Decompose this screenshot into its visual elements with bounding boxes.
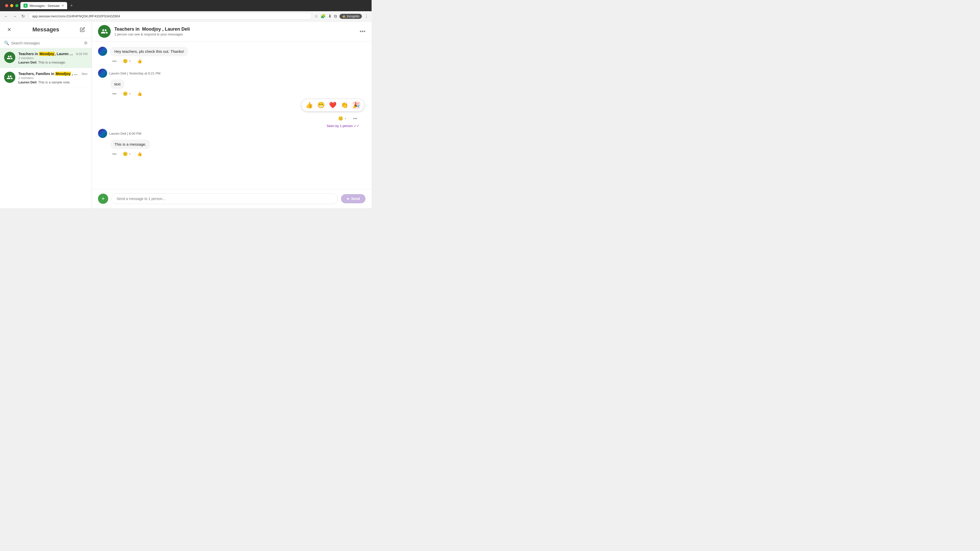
address-input[interactable] (28, 13, 312, 20)
message-sender-row-2: Lauren Deli | Yesterday at 6:21 PM (98, 68, 366, 78)
emoji-picker-container: 👍 😁 ❤️ 👏 🎉 (98, 99, 366, 111)
window-close-btn[interactable] (5, 4, 8, 7)
add-attachment-btn[interactable]: + (98, 194, 108, 204)
emoji-clap[interactable]: 👏 (340, 100, 349, 110)
emoji-heart[interactable]: ❤️ (328, 100, 338, 110)
avatar-img-1 (98, 47, 107, 56)
chat-header-name: Teachers in Moodjoy , Lauren Deli (115, 27, 356, 32)
thumbs-btn-1[interactable]: 👍 (135, 58, 144, 65)
tab-favicon: S (24, 3, 27, 8)
dots-btn-1[interactable]: ••• (110, 58, 119, 65)
sidebar: ✕ Messages 🔍 ⚙ (0, 21, 92, 208)
search-icon: 🔍 (4, 41, 9, 45)
conv-info-2: Teachers, Families in Moodjoy , & 1 more… (18, 72, 88, 84)
message-content-3: This is a message. (98, 140, 366, 149)
reload-btn[interactable]: ↻ (21, 13, 26, 20)
close-sidebar-btn[interactable]: ✕ (5, 25, 13, 34)
browser-chrome: S Messages - Seesaw ✕ + (0, 0, 372, 11)
messages-container: Hey teachers, pls check this out. Thanks… (92, 41, 372, 189)
conv-preview-sender-2: Lauren Deli (18, 80, 37, 84)
conv-time-1: 8:00 PM (76, 52, 88, 56)
conversation-item-2[interactable]: Teachers, Families in Moodjoy , & 1 more… (0, 68, 92, 88)
seen-by: Seen by 1 person ✓✓ (98, 123, 366, 129)
chat-header-info: Teachers in Moodjoy , Lauren Deli 1 pers… (115, 27, 356, 36)
conversation-list: Teachers in Moodjoy, Lauren Deli 8:00 PM… (0, 48, 92, 88)
conv-preview-sender-1: Lauren Deli (18, 60, 37, 64)
thumbs-btn-3[interactable]: 👍 (135, 151, 144, 157)
dots-btn-3[interactable]: ••• (110, 151, 119, 157)
sidebar-header: ✕ Messages (0, 21, 92, 38)
address-bar-row: ← → ↻ ☆ 🧩 ⬇ ⧉ 🕵 Incognito ⋮ (0, 11, 372, 21)
window-controls (5, 4, 18, 7)
sidebar-header-icons (78, 25, 86, 34)
message-group-1: Hey teachers, pls check this out. Thanks… (98, 47, 366, 65)
avatar-img-2 (98, 68, 107, 78)
message-avatar-1 (98, 47, 107, 56)
message-group-2: Lauren Deli | Yesterday at 6:21 PM text … (98, 68, 366, 97)
sidebar-title: Messages (32, 26, 59, 33)
conv-preview-2: Lauren Deli: This is a sample note. (18, 80, 88, 84)
conv-avatar-2 (4, 72, 15, 83)
seen-check-icon: ✓✓ (354, 124, 360, 128)
emoji-add-btn-4[interactable]: 🙂+ (121, 151, 133, 157)
message-content-1: Hey teachers, pls check this out. Thanks… (98, 47, 366, 56)
toolbar-icons: ☆ 🧩 ⬇ ⧉ 🕵 Incognito ⋮ (314, 14, 369, 19)
more-options-btn[interactable]: ••• (360, 28, 366, 35)
conv-name-row-1: Teachers in Moodjoy, Lauren Deli 8:00 PM (18, 52, 88, 56)
download-icon[interactable]: ⬇ (328, 14, 331, 19)
thumbs-btn-2[interactable]: 👍 (135, 90, 144, 97)
emoji-party[interactable]: 🎉 (352, 100, 361, 110)
action-row-bottom: 🙂+ ••• (98, 114, 366, 123)
app-container: ✕ Messages 🔍 ⚙ (0, 21, 372, 208)
tab-close-btn[interactable]: ✕ (62, 4, 64, 7)
sender-name-3: Lauren Deli (109, 132, 126, 135)
more-btn-3[interactable]: ••• (351, 115, 360, 122)
seen-by-text: Seen by 1 person (327, 124, 353, 128)
message-bubble-2: text (110, 79, 124, 89)
conversation-item-1[interactable]: Teachers in Moodjoy, Lauren Deli 8:00 PM… (0, 48, 92, 68)
extensions-icon[interactable]: 🧩 (321, 14, 326, 19)
sender-timestamp-3: 8:00 PM (129, 132, 141, 135)
new-tab-btn[interactable]: + (68, 3, 75, 8)
dots-btn-2[interactable]: ••• (110, 91, 119, 97)
search-input[interactable] (11, 41, 82, 45)
active-tab[interactable]: S Messages - Seesaw ✕ (21, 2, 67, 9)
message-actions-3: ••• 🙂+ 👍 (110, 151, 366, 157)
message-sender-row-3: Lauren Deli | 8:00 PM (98, 129, 366, 138)
message-sender-info-3: Lauren Deli | 8:00 PM (109, 132, 142, 135)
chat-header-sub: 1 person can see & respond to your messa… (115, 32, 356, 36)
send-icon: ➤ (347, 197, 350, 201)
back-btn[interactable]: ← (3, 13, 9, 20)
message-group-3: Lauren Deli | 8:00 PM This is a message.… (98, 129, 366, 157)
incognito-label: Incognito (347, 14, 360, 18)
message-bubble-1: Hey teachers, pls check this out. Thanks… (110, 47, 188, 56)
emoji-grin[interactable]: 😁 (316, 100, 326, 110)
sender-name-2: Lauren Deli (109, 71, 126, 75)
forward-btn[interactable]: → (12, 13, 18, 20)
bookmark-icon[interactable]: ☆ (314, 14, 318, 19)
conv-preview-text-1: This is a message. (38, 60, 66, 64)
message-input[interactable] (111, 193, 338, 204)
conv-info-1: Teachers in Moodjoy, Lauren Deli 8:00 PM… (18, 52, 88, 64)
avatar-img-3 (98, 129, 107, 138)
conv-members-1: 2 members (18, 56, 88, 60)
emoji-add-btn-1[interactable]: 🙂+ (121, 58, 133, 65)
message-avatar-3 (98, 129, 107, 138)
window-max-btn[interactable] (15, 4, 18, 7)
emoji-thumbs-up[interactable]: 👍 (304, 100, 314, 110)
conv-time-2: Mon (82, 72, 88, 76)
window-min-btn[interactable] (10, 4, 13, 7)
chat-header: Teachers in Moodjoy , Lauren Deli 1 pers… (92, 21, 372, 41)
message-avatar-2 (98, 68, 107, 78)
conv-avatar-1 (4, 52, 15, 63)
tab-bar: S Messages - Seesaw ✕ + (21, 2, 369, 9)
message-text-1: Hey teachers, pls check this out. Thanks… (115, 49, 184, 54)
filter-icon[interactable]: ⚙ (84, 41, 88, 45)
message-text-2: text (115, 82, 121, 86)
emoji-add-btn-3[interactable]: 🙂+ (336, 115, 348, 122)
menu-icon[interactable]: ⋮ (364, 14, 369, 19)
compose-btn[interactable] (78, 25, 86, 34)
emoji-add-btn-2[interactable]: 🙂+ (121, 90, 133, 97)
send-btn[interactable]: ➤ Send (341, 194, 366, 203)
split-icon[interactable]: ⧉ (334, 14, 337, 19)
